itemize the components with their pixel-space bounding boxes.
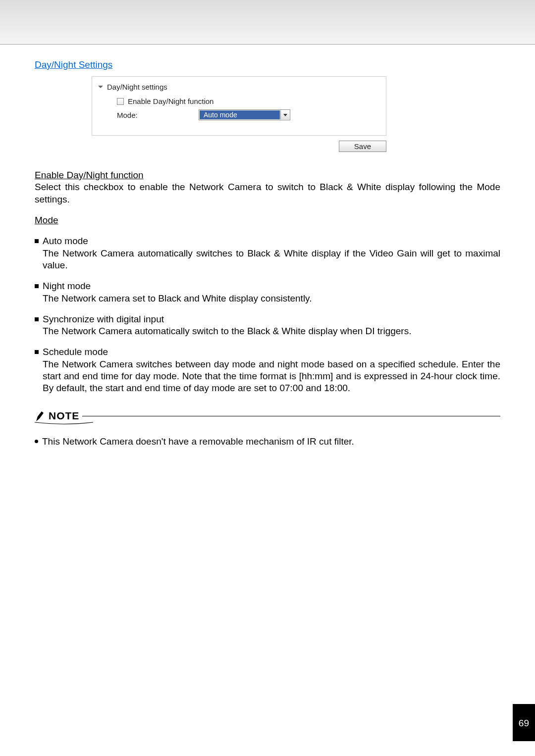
mode-item: Synchronize with digital input <box>35 313 500 325</box>
page-content: Day/Night Settings Day/Night settings En… <box>0 45 535 457</box>
enable-label: Enable Day/Night function <box>128 97 214 105</box>
mode-item: Schedule mode <box>35 346 500 358</box>
note-text: This Network Camera doesn't have a remov… <box>42 436 354 448</box>
mode-desc: The Network Camera automatically switch … <box>43 325 500 337</box>
dropdown-arrow-icon <box>280 110 289 119</box>
panel-header-text: Day/Night settings <box>107 83 167 91</box>
mode-title: Schedule mode <box>43 346 500 358</box>
mode-content: Schedule mode <box>43 346 500 358</box>
mode-desc: The Network Camera switches between day … <box>43 358 500 395</box>
enable-checkbox[interactable] <box>117 98 124 105</box>
mode-item: Auto mode <box>35 235 500 247</box>
panel-header[interactable]: Day/Night settings <box>98 83 380 91</box>
mode-title: Synchronize with digital input <box>43 313 500 325</box>
note-divider <box>82 416 500 416</box>
mode-title: Auto mode <box>43 235 500 247</box>
mode-desc: The Network camera set to Black and Whit… <box>43 293 500 304</box>
note-block: NOTE This Network Camera doesn't have a … <box>35 409 500 448</box>
note-underline <box>35 421 500 426</box>
settings-panel: Day/Night settings Enable Day/Night func… <box>92 76 386 136</box>
mode-title: Night mode <box>43 280 500 292</box>
mode-selected: Auto mode <box>200 110 280 119</box>
enable-desc: Select this checkbox to enable the Netwo… <box>35 181 500 205</box>
mode-dropdown[interactable]: Auto mode <box>199 109 290 120</box>
mode-row: Mode: Auto mode <box>117 109 380 120</box>
square-bullet-icon <box>35 284 39 288</box>
page-number: 69 <box>513 704 535 741</box>
save-button[interactable]: Save <box>339 141 386 152</box>
square-bullet-icon <box>35 239 39 243</box>
body-text: Enable Day/Night function Select this ch… <box>35 169 500 448</box>
save-row: Save <box>92 141 386 152</box>
square-bullet-icon <box>35 350 39 354</box>
section-title: Day/Night Settings <box>35 59 500 70</box>
square-bullet-icon <box>35 317 39 321</box>
mode-content: Night mode <box>43 280 500 292</box>
chevron-down-icon <box>98 86 103 88</box>
note-bullet: This Network Camera doesn't have a remov… <box>35 436 500 448</box>
enable-row: Enable Day/Night function <box>117 97 380 105</box>
mode-content: Synchronize with digital input <box>43 313 500 325</box>
bullet-dot-icon <box>35 440 38 443</box>
enable-heading: Enable Day/Night function <box>35 169 500 181</box>
mode-content: Auto mode <box>43 235 500 247</box>
mode-desc: The Network Camera automatically switche… <box>43 248 500 272</box>
mode-item: Night mode <box>35 280 500 292</box>
mode-heading: Mode <box>35 214 500 226</box>
mode-label: Mode: <box>117 111 199 119</box>
header-gradient <box>0 0 535 45</box>
